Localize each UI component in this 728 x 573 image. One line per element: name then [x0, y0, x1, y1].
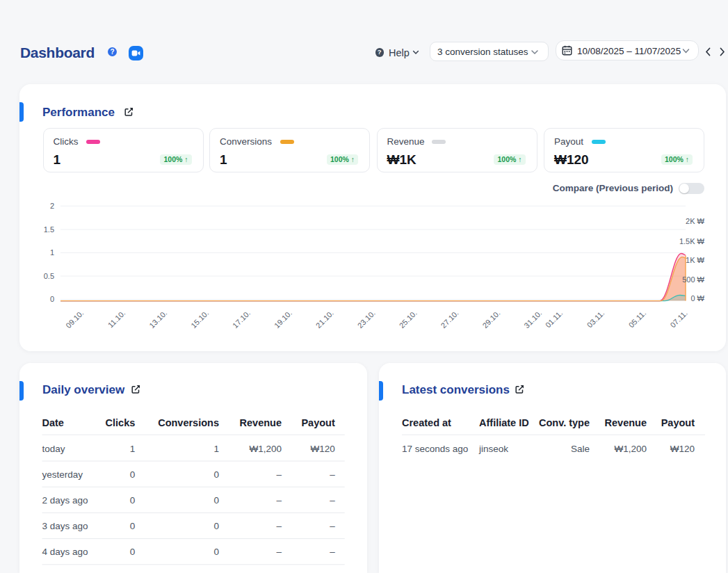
- svg-text:Payout: Payout: [661, 417, 695, 428]
- svg-text:17 seconds ago: 17 seconds ago: [402, 444, 468, 454]
- svg-text:jinseok: jinseok: [478, 444, 508, 454]
- svg-text:Created at: Created at: [402, 417, 451, 428]
- svg-text:Sale: Sale: [571, 444, 590, 454]
- svg-text:Revenue: Revenue: [605, 417, 647, 428]
- svg-text:₩1,200: ₩1,200: [614, 444, 647, 454]
- svg-text:Affiliate ID: Affiliate ID: [479, 417, 529, 428]
- svg-text:Conv. type: Conv. type: [539, 417, 590, 428]
- svg-text:₩120: ₩120: [670, 444, 695, 454]
